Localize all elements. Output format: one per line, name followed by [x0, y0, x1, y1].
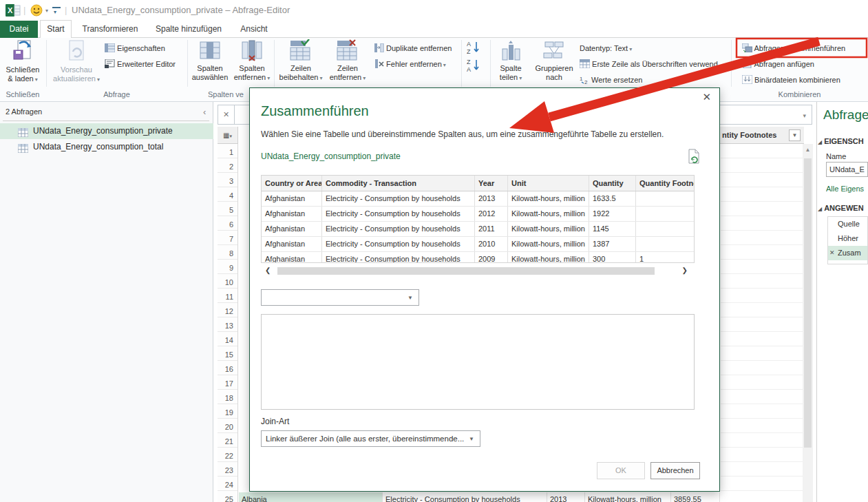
grid-cell-commodity[interactable]: Electricity - Consumption by households [383, 492, 547, 502]
scroll-right-icon[interactable]: ❯ [682, 266, 688, 274]
row-number[interactable]: 8 [218, 247, 237, 261]
collapse-pane-icon[interactable]: ‹ [203, 107, 206, 117]
remove-rows-button[interactable]: Zeilen entfernen▾ [325, 39, 370, 87]
row-number[interactable]: 23 [218, 463, 237, 478]
tab-transformieren[interactable]: Transformieren [77, 21, 143, 38]
column-header[interactable]: Year [475, 176, 508, 191]
row-number[interactable]: 13 [218, 319, 237, 333]
smiley-dropdown-caret-icon[interactable]: ▾ [45, 8, 48, 14]
tab-spalte-hinzufuegen[interactable]: Spalte hinzufügen [149, 21, 229, 38]
scroll-up-icon[interactable]: ▲ [803, 144, 813, 156]
row-number[interactable]: 16 [218, 362, 237, 377]
row-number[interactable]: 17 [218, 377, 237, 391]
smiley-feedback-icon[interactable] [30, 4, 43, 18]
join-kind-dropdown[interactable]: Linker äußerer Join (alle aus erster, üb… [261, 430, 480, 447]
group-by-button[interactable]: Gruppieren nach [530, 39, 578, 87]
table-horizontal-scrollbar[interactable]: ❮ ❯ [261, 266, 695, 277]
properties-section-header[interactable]: ◢EIGENSCH [818, 137, 868, 145]
row-number[interactable]: 22 [218, 449, 237, 463]
cancel-button[interactable]: Abbrechen [650, 462, 700, 479]
applied-steps-section-header[interactable]: ◢ANGEWEN [818, 204, 868, 212]
row-number[interactable]: 20 [218, 420, 237, 435]
first-row-headers-button[interactable]: Erste Zeile als Überschriften verwend [580, 57, 730, 71]
step-merged-queries-selected[interactable]: ✕ Zusam [828, 246, 867, 260]
remove-duplicates-button[interactable]: Duplikate entfernen [374, 41, 461, 55]
row-number[interactable]: 14 [218, 333, 237, 348]
close-and-load-button[interactable]: Schließen & laden▾ [1, 39, 44, 87]
grid-cell-unit[interactable]: Kilowatt-hours, million [585, 492, 671, 502]
remove-columns-button[interactable]: Spalten entfernen▾ [231, 39, 273, 87]
tab-ansicht[interactable]: Ansicht [234, 21, 274, 38]
column-header[interactable]: Country or Area [262, 176, 322, 191]
combine-binaries-button[interactable]: Binärdateien kombinieren [742, 73, 862, 87]
remove-errors-button[interactable]: Fehler entfernen▾ [374, 57, 461, 71]
keep-rows-icon [289, 56, 313, 64]
row-number[interactable]: 11 [218, 290, 237, 304]
select-all-corner-button[interactable]: ▦▾ [218, 127, 238, 144]
row-number[interactable]: 9 [218, 261, 237, 275]
column-header[interactable]: Quantity [589, 176, 636, 191]
merge-queries-button[interactable]: Abfragen zusammenführen [742, 41, 862, 55]
query-list-item[interactable]: UNdata_Energy_consumption_total [0, 139, 213, 155]
datatype-button[interactable]: Datentyp: Text▾ [580, 41, 669, 55]
row-number[interactable]: 7 [218, 232, 237, 247]
table-row[interactable]: AfghanistanElectricity - Consumption by … [262, 222, 695, 237]
table-row[interactable]: AfghanistanElectricity - Consumption by … [262, 207, 695, 222]
row-number[interactable]: 25 [218, 492, 237, 502]
column-header[interactable]: Quantity Footnote [636, 176, 695, 191]
refresh-preview-button[interactable]: Vorschau aktualisieren▾ [48, 39, 105, 87]
query-list-item[interactable]: UNdata_Energy_consumption_private [0, 123, 213, 139]
row-number[interactable]: 18 [218, 391, 237, 406]
tab-datei[interactable]: Datei [0, 21, 38, 38]
dropdown-caret-icon: ▾ [363, 75, 366, 81]
row-number[interactable]: 24 [218, 478, 237, 492]
step-promoted-headers[interactable]: Höher [828, 231, 867, 246]
row-number[interactable]: 10 [218, 275, 237, 290]
table-row[interactable]: AfghanistanElectricity - Consumption by … [262, 237, 695, 252]
column-header[interactable]: Unit [508, 176, 589, 191]
sort-descending-button[interactable]: ZA [467, 58, 485, 73]
step-source[interactable]: Quelle [828, 217, 867, 231]
keep-rows-button[interactable]: Zeilen beibehalten▾ [278, 39, 324, 87]
grid-cell-quantity[interactable]: 3859.55 [671, 492, 720, 502]
row-number[interactable]: 5 [218, 203, 237, 218]
grid-cell-year[interactable]: 2013 [547, 492, 585, 502]
table-row[interactable]: AfghanistanElectricity - Consumption by … [262, 191, 695, 207]
scroll-left-icon[interactable]: ❮ [265, 266, 271, 274]
all-properties-link[interactable]: Alle Eigens [826, 185, 868, 193]
query-name-input[interactable]: UNdata_E [826, 162, 868, 177]
row-number[interactable]: 3 [218, 174, 237, 189]
row-number[interactable]: 15 [218, 348, 237, 362]
row-number[interactable]: 19 [218, 406, 237, 420]
choose-columns-button[interactable]: Spalten auswählen [190, 39, 230, 87]
dialog-close-icon[interactable]: ✕ [702, 91, 711, 103]
row-number[interactable]: 21 [218, 435, 237, 449]
sort-ascending-button[interactable]: AZ [467, 40, 485, 55]
qat-customize-caret-icon[interactable]: ▾ [54, 9, 56, 15]
ok-button[interactable]: OK [597, 462, 645, 479]
formula-cancel-icon[interactable]: ✕ [218, 105, 235, 124]
split-column-button[interactable]: Spalte teilen▾ [493, 39, 529, 87]
properties-button[interactable]: Eigenschaften [105, 41, 186, 55]
delete-step-icon[interactable]: ✕ [829, 246, 835, 260]
row-number[interactable]: 1 [218, 145, 237, 160]
replace-values-button[interactable]: 12 Werte ersetzen [580, 73, 669, 87]
column-header[interactable]: Commodity - Transaction [322, 176, 475, 191]
grid-scrollbar-thumb[interactable] [804, 158, 812, 448]
append-queries-button[interactable]: Abfragen anfügen [742, 57, 862, 71]
scrollbar-thumb[interactable] [277, 267, 655, 275]
table-row[interactable]: AfghanistanElectricity - Consumption by … [262, 252, 695, 263]
row-number[interactable]: 4 [218, 189, 237, 203]
grid-cell-country[interactable]: Albania [239, 492, 383, 502]
row-number[interactable]: 12 [218, 304, 237, 319]
refresh-preview-doc-icon[interactable] [688, 149, 700, 167]
formula-bar-expand-caret-icon[interactable]: ▾ [803, 112, 806, 119]
row-number[interactable]: 2 [218, 160, 237, 174]
advanced-editor-button[interactable]: Erweiterter Editor [105, 57, 194, 71]
tab-start[interactable]: Start [40, 20, 72, 38]
qat-customize-icon[interactable] [52, 7, 61, 8]
row-number[interactable]: 6 [218, 218, 237, 232]
selected-query-link[interactable]: UNdata_Energy_consumption_private [261, 151, 536, 161]
second-table-dropdown[interactable]: ▼ [261, 289, 419, 306]
column-filter-button[interactable]: ▼ [789, 129, 801, 141]
